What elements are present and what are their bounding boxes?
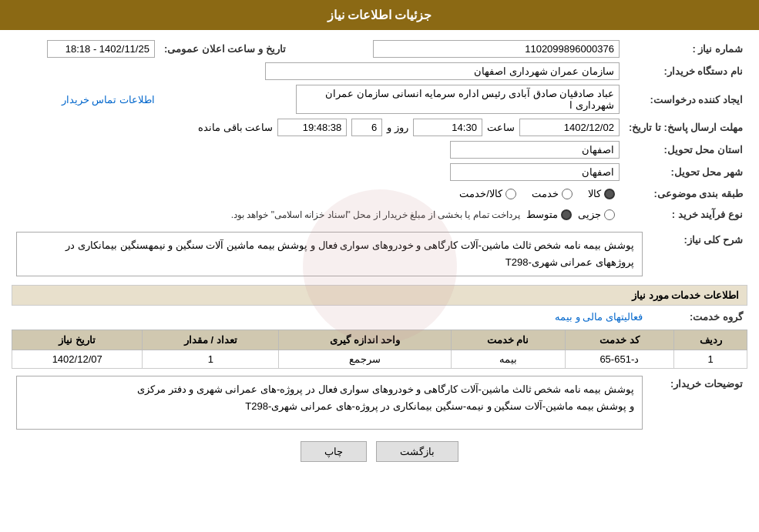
- shahr-label: شهر محل تحویل:: [624, 161, 747, 183]
- shahr-value: اصفهان: [450, 163, 620, 181]
- farayand-note: پرداخت تمام یا بخشی از مبلغ خریدار از مح…: [231, 209, 520, 220]
- radio-motavasset-circle: [561, 209, 572, 220]
- col-radif: ردیف: [674, 330, 747, 350]
- sharh-value: پوشش بیمه نامه شخص ثالث ماشین-آلات کارگا…: [16, 232, 643, 276]
- radio-kala-khedmat[interactable]: کالا/خدمت: [459, 188, 516, 199]
- shomara-niaz-value: 1102099896000376: [373, 40, 620, 58]
- shomara-niaz-label: شماره نیاز :: [624, 38, 747, 60]
- buttons-row: بازگشت چاپ: [12, 441, 747, 462]
- bazgasht-button[interactable]: بازگشت: [376, 441, 458, 462]
- radio-khedmat[interactable]: خدمت: [532, 188, 573, 199]
- radio-khedmat-circle: [562, 189, 573, 199]
- radio-kala[interactable]: کالا: [588, 188, 615, 199]
- rooz-value: 6: [351, 119, 382, 136]
- tarikh-elam-value: 1402/11/25 - 18:18: [47, 40, 155, 58]
- khadamat-section-header: اطلاعات خدمات مورد نیاز: [12, 285, 747, 306]
- radio-kala-label: کالا: [588, 188, 601, 199]
- radio-kala-khedmat-circle: [505, 189, 516, 199]
- col-tarikh: تاریخ نیاز: [12, 330, 143, 350]
- baqi-value: 19:48:38: [277, 119, 347, 136]
- radio-motavassет[interactable]: متوسط: [526, 209, 572, 220]
- nam-dastgah-value: سازمان عمران شهرداری اصفهان: [265, 62, 620, 80]
- mohlat-date: 1402/12/02: [519, 119, 620, 136]
- tawzih-value: پوشش بیمه نامه شخص ثالث ماشین-آلات کارگا…: [16, 376, 643, 430]
- mohlat-label: مهلت ارسال پاسخ: تا تاریخ:: [624, 116, 747, 139]
- col-kod: کد خدمت: [565, 330, 674, 350]
- tarikh-elam-label: تاریخ و ساعت اعلان عمومی:: [160, 38, 301, 60]
- baqi-label: ساعت باقی مانده: [198, 122, 273, 133]
- radio-kala-circle: [604, 189, 615, 199]
- ostan-label: استان محل تحویل:: [624, 139, 747, 161]
- chap-button[interactable]: چاپ: [301, 441, 367, 462]
- ostan-value: اصفهان: [450, 141, 620, 159]
- goroh-value[interactable]: فعالیتهای مالی و بیمه: [555, 311, 643, 323]
- radio-kala-khedmat-label: کالا/خدمت: [459, 188, 502, 199]
- rooz-label: روز و: [387, 122, 408, 133]
- ijad-konande-value: عباد صادقیان صادق آبادی رئیس اداره سرمای…: [296, 85, 620, 114]
- tasnif-label: طبقه بندی موضوعی:: [624, 183, 747, 204]
- col-vahed: واحد اندازه گیری: [279, 330, 451, 350]
- tawzih-label: توضیحات خریدار:: [647, 373, 747, 432]
- saat-label: ساعت: [487, 122, 515, 133]
- radio-jozee[interactable]: جزیی: [578, 209, 615, 220]
- table-row: 1د-651-65بیمهسرجمع11402/12/07: [12, 350, 747, 369]
- col-nam: نام خدمت: [451, 330, 565, 350]
- noع-farayand-label: نوع فرآیند خرید :: [624, 204, 747, 225]
- mohlat-saat: 14:30: [413, 119, 482, 136]
- goroh-label: گروه خدمت:: [647, 309, 747, 325]
- page-title: جزئیات اطلاعات نیاز: [327, 8, 432, 22]
- etelaat-tamas-link[interactable]: اطلاعات تماس خریدار: [62, 94, 155, 105]
- sharh-label: شرح کلی نیاز:: [647, 229, 747, 279]
- radio-motavasset-label: متوسط: [526, 209, 558, 220]
- ijad-konande-label: ایجاد کننده درخواست:: [624, 82, 747, 116]
- services-table: ردیف کد خدمت نام خدمت واحد اندازه گیری ت…: [12, 330, 747, 369]
- col-tedad: تعداد / مقدار: [143, 330, 279, 350]
- radio-khedmat-label: خدمت: [532, 188, 559, 199]
- nam-dastgah-label: نام دستگاه خریدار:: [624, 60, 747, 82]
- page-header: جزئیات اطلاعات نیاز: [0, 0, 759, 30]
- radio-jozee-circle: [604, 209, 615, 220]
- radio-jozee-label: جزیی: [578, 209, 601, 220]
